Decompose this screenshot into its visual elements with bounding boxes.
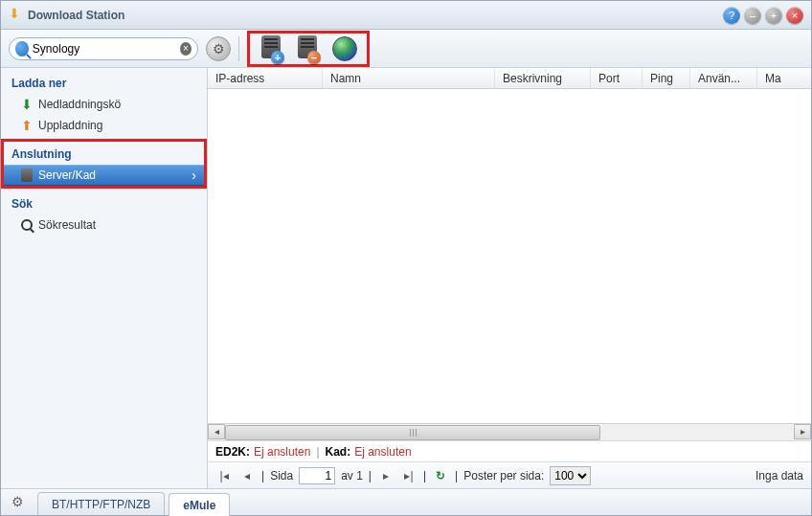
clear-search-button[interactable]: × bbox=[180, 42, 192, 56]
column-ip[interactable]: IP-adress bbox=[208, 68, 323, 88]
search-box[interactable]: × bbox=[9, 37, 198, 60]
window-controls: ? – + × bbox=[723, 7, 803, 24]
scroll-thumb[interactable] bbox=[225, 425, 600, 440]
connection-status: ED2K: Ej ansluten | Kad: Ej ansluten bbox=[208, 440, 811, 461]
nodata-label: Inga data bbox=[756, 469, 803, 482]
scroll-track[interactable] bbox=[225, 425, 794, 440]
pager-divider: | bbox=[369, 469, 372, 482]
column-desc[interactable]: Beskrivning bbox=[495, 68, 591, 88]
ed2k-status: Ej ansluten bbox=[254, 445, 310, 459]
page-input[interactable] bbox=[299, 467, 335, 484]
bottom-tab-bar: ⚙ BT/HTTP/FTP/NZB eMule bbox=[1, 488, 811, 515]
page-label: Sida bbox=[270, 469, 293, 482]
scroll-left-button[interactable]: ◂ bbox=[208, 424, 225, 439]
sidebar: Ladda ner ⬇ Nedladdningskö ⬆ Uppladdning… bbox=[1, 68, 208, 488]
sidebar-item-search-results[interactable]: Sökresultat bbox=[4, 214, 204, 236]
main-panel: IP-adress Namn Beskrivning Port Ping Anv… bbox=[208, 68, 811, 488]
column-max[interactable]: Ma bbox=[757, 68, 811, 88]
sidebar-item-label: Sökresultat bbox=[38, 218, 96, 232]
pager: |◂ ◂ | Sida av 1 | ▸ ▸| | ↻ | Poster per… bbox=[208, 461, 811, 488]
refresh-button[interactable]: ↻ bbox=[432, 467, 449, 484]
titlebar: Download Station ? – + × bbox=[1, 1, 811, 30]
window-title: Download Station bbox=[28, 9, 723, 22]
first-page-button[interactable]: |◂ bbox=[215, 467, 233, 484]
maximize-button[interactable]: + bbox=[765, 7, 782, 24]
server-icon bbox=[21, 168, 33, 182]
minimize-button[interactable]: – bbox=[744, 7, 761, 24]
bottom-settings-button[interactable]: ⚙ bbox=[7, 491, 28, 512]
prev-page-button[interactable]: ◂ bbox=[238, 467, 256, 484]
body: Ladda ner ⬇ Nedladdningskö ⬆ Uppladdning… bbox=[1, 68, 811, 488]
tab-bt-http-ftp-nzb[interactable]: BT/HTTP/FTP/NZB bbox=[37, 492, 165, 515]
pager-divider: | bbox=[423, 469, 426, 482]
sidebar-section-download: Ladda ner ⬇ Nedladdningskö ⬆ Uppladdning bbox=[1, 68, 207, 139]
window: Download Station ? – + × × ⚙ + – bbox=[0, 0, 812, 516]
page-of-label: av 1 bbox=[341, 469, 363, 482]
download-arrow-icon: ⬇ bbox=[21, 98, 33, 111]
connect-kad-button[interactable] bbox=[332, 36, 357, 61]
sidebar-item-upload[interactable]: ⬆ Uppladdning bbox=[4, 115, 204, 136]
sidebar-section-connection: Anslutning Server/Kad bbox=[1, 139, 207, 189]
plus-badge-icon: + bbox=[271, 51, 284, 64]
help-button[interactable]: ? bbox=[723, 7, 740, 24]
pager-divider: | bbox=[455, 469, 458, 482]
add-server-button[interactable]: + bbox=[259, 35, 282, 62]
search-icon bbox=[15, 41, 29, 56]
sidebar-item-label: Nedladdningskö bbox=[38, 98, 121, 111]
last-page-button[interactable]: ▸| bbox=[400, 467, 417, 484]
server-action-group: + – bbox=[247, 31, 370, 67]
sidebar-item-label: Uppladdning bbox=[38, 119, 102, 132]
sidebar-header-search: Sök bbox=[4, 191, 204, 214]
column-ping[interactable]: Ping bbox=[643, 68, 690, 88]
column-headers: IP-adress Namn Beskrivning Port Ping Anv… bbox=[208, 68, 811, 89]
upload-arrow-icon: ⬆ bbox=[21, 119, 33, 132]
pager-divider: | bbox=[261, 469, 264, 482]
close-button[interactable]: × bbox=[786, 7, 803, 24]
column-name[interactable]: Namn bbox=[323, 68, 495, 88]
toolbar: × ⚙ + – bbox=[1, 30, 811, 68]
column-users[interactable]: Använ... bbox=[690, 68, 757, 88]
sidebar-header-connection: Anslutning bbox=[4, 142, 204, 165]
sidebar-item-server-kad[interactable]: Server/Kad bbox=[4, 165, 204, 186]
sidebar-item-label: Server/Kad bbox=[38, 168, 96, 182]
magnifier-icon bbox=[21, 219, 33, 231]
search-input[interactable] bbox=[29, 42, 180, 56]
status-separator: | bbox=[316, 445, 319, 459]
app-icon bbox=[9, 8, 24, 23]
column-port[interactable]: Port bbox=[591, 68, 643, 88]
scroll-right-button[interactable]: ▸ bbox=[794, 424, 811, 439]
tab-emule[interactable]: eMule bbox=[169, 493, 230, 516]
sidebar-header-download: Ladda ner bbox=[4, 71, 204, 94]
ed2k-label: ED2K: bbox=[215, 445, 250, 459]
kad-label: Kad: bbox=[326, 445, 351, 459]
perpage-label: Poster per sida: bbox=[463, 469, 544, 482]
sidebar-item-download-queue[interactable]: ⬇ Nedladdningskö bbox=[4, 94, 204, 115]
sidebar-section-search: Sök Sökresultat bbox=[1, 189, 207, 238]
perpage-select[interactable]: 100 bbox=[550, 466, 591, 485]
kad-status: Ej ansluten bbox=[354, 445, 411, 459]
toolbar-divider bbox=[238, 36, 239, 61]
next-page-button[interactable]: ▸ bbox=[377, 467, 395, 484]
server-grid[interactable] bbox=[208, 89, 811, 423]
settings-button[interactable]: ⚙ bbox=[206, 36, 231, 61]
remove-server-button[interactable]: – bbox=[296, 35, 319, 62]
horizontal-scrollbar[interactable]: ◂ ▸ bbox=[208, 423, 811, 440]
minus-badge-icon: – bbox=[307, 51, 321, 64]
